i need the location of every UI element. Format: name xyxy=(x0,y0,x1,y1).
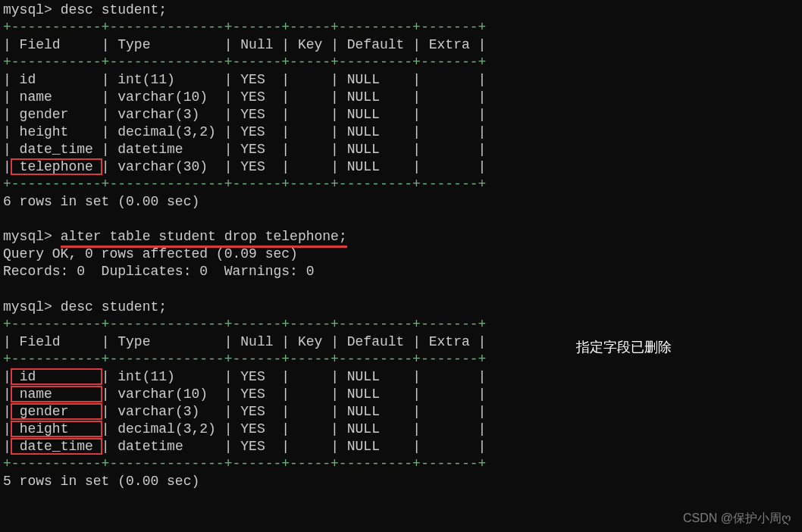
table-row: | id | int(11) | YES | | NULL | | | name… xyxy=(3,369,486,454)
watermark-text: CSDN @保护小周ღ xyxy=(683,511,791,526)
table-border: +-----------+--------------+------+-----… xyxy=(3,352,486,367)
command-desc2: desc student; xyxy=(61,299,167,315)
summary-line: 6 rows in set (0.00 sec) xyxy=(3,194,199,209)
table-header-row: | Field | Type | Null | Key | Default | … xyxy=(3,334,486,349)
highlighted-field-telephone: telephone xyxy=(11,159,102,174)
table-row: | gender | varchar(3) | YES | | NULL | | xyxy=(3,107,486,122)
highlighted-remaining-fields: id xyxy=(11,369,102,384)
mysql-prompt: mysql> xyxy=(3,2,52,17)
table-border: +-----------+--------------+------+-----… xyxy=(3,55,486,70)
table-row: | name | varchar(10) | YES | | NULL | | xyxy=(3,89,486,105)
mysql-prompt: mysql> xyxy=(3,229,52,244)
mysql-prompt: mysql> xyxy=(3,299,52,315)
terminal-output: mysql> desc student; +-----------+------… xyxy=(0,0,802,492)
table-row: | date_time | datetime | YES | | NULL | … xyxy=(3,142,486,157)
table-header-row: | Field | Type | Null | Key | Default | … xyxy=(3,37,486,52)
table-border: +-----------+--------------+------+-----… xyxy=(3,456,486,471)
highlighted-remaining-fields: date_time xyxy=(11,439,102,454)
query-result: Records: 0 Duplicates: 0 Warnings: 0 xyxy=(3,264,314,279)
highlighted-remaining-fields: height xyxy=(11,421,102,437)
highlighted-remaining-fields: name xyxy=(11,386,102,402)
table-row: | telephone | varchar(30) | YES | | NULL… xyxy=(3,159,486,174)
annotation-label: 指定字段已删除 xyxy=(576,339,672,356)
highlighted-remaining-fields: gender xyxy=(11,404,102,419)
table-border: +-----------+--------------+------+-----… xyxy=(3,20,486,35)
table-border: +-----------+--------------+------+-----… xyxy=(3,317,486,332)
table-row: | height | decimal(3,2) | YES | | NULL |… xyxy=(3,124,486,139)
summary-line: 5 rows in set (0.00 sec) xyxy=(3,474,199,489)
command-desc1: desc student; xyxy=(61,2,167,17)
table-border: +-----------+--------------+------+-----… xyxy=(3,177,486,192)
command-alter: alter table student drop telephone; xyxy=(61,229,347,248)
table-row: | id | int(11) | YES | | NULL | | xyxy=(3,72,486,87)
query-result: Query OK, 0 rows affected (0.09 sec) xyxy=(3,246,298,261)
